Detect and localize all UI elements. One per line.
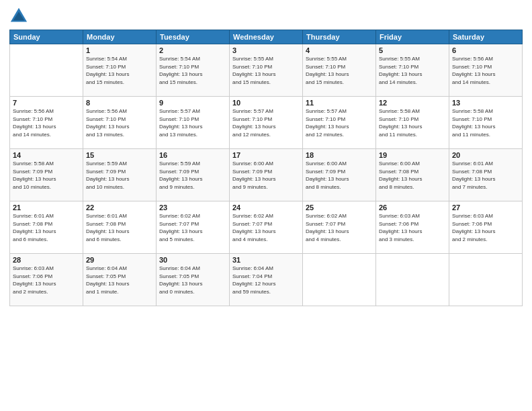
calendar-cell: 1Sunrise: 5:54 AM Sunset: 7:10 PM Daylig…: [83, 44, 157, 97]
day-info: Sunrise: 6:00 AM Sunset: 7:09 PM Dayligh…: [306, 160, 373, 191]
day-number: 13: [452, 99, 519, 107]
day-info: Sunrise: 5:58 AM Sunset: 7:09 PM Dayligh…: [13, 160, 80, 191]
day-number: 15: [86, 151, 153, 159]
day-number: 2: [159, 46, 226, 54]
calendar-cell: 24Sunrise: 6:02 AM Sunset: 7:07 PM Dayli…: [230, 201, 303, 254]
weekday-tuesday: Tuesday: [157, 30, 230, 44]
day-info: Sunrise: 6:01 AM Sunset: 7:08 PM Dayligh…: [13, 212, 80, 243]
day-info: Sunrise: 6:02 AM Sunset: 7:07 PM Dayligh…: [232, 212, 300, 243]
day-number: 28: [13, 256, 80, 264]
calendar-cell: 11Sunrise: 5:57 AM Sunset: 7:10 PM Dayli…: [303, 97, 376, 149]
day-number: 18: [306, 151, 373, 159]
weekday-saturday: Saturday: [449, 30, 523, 44]
day-number: 11: [306, 99, 373, 107]
day-info: Sunrise: 6:01 AM Sunset: 7:08 PM Dayligh…: [86, 212, 153, 243]
day-info: Sunrise: 6:04 AM Sunset: 7:05 PM Dayligh…: [86, 265, 153, 295]
day-info: Sunrise: 5:56 AM Sunset: 7:10 PM Dayligh…: [86, 107, 153, 138]
calendar-cell: 14Sunrise: 5:58 AM Sunset: 7:09 PM Dayli…: [10, 149, 83, 201]
day-info: Sunrise: 5:56 AM Sunset: 7:10 PM Dayligh…: [452, 55, 519, 86]
calendar-week-5: 28Sunrise: 6:03 AM Sunset: 7:06 PM Dayli…: [10, 254, 523, 306]
calendar-cell: 28Sunrise: 6:03 AM Sunset: 7:06 PM Dayli…: [10, 254, 83, 306]
calendar-cell: 25Sunrise: 6:02 AM Sunset: 7:07 PM Dayli…: [303, 201, 376, 254]
day-info: Sunrise: 5:54 AM Sunset: 7:10 PM Dayligh…: [86, 55, 153, 86]
calendar-cell: 30Sunrise: 6:04 AM Sunset: 7:05 PM Dayli…: [157, 254, 230, 306]
day-info: Sunrise: 6:03 AM Sunset: 7:06 PM Dayligh…: [379, 212, 446, 243]
day-info: Sunrise: 5:57 AM Sunset: 7:10 PM Dayligh…: [232, 107, 300, 138]
day-number: 19: [379, 151, 446, 159]
day-number: 25: [306, 203, 373, 212]
calendar-cell: 23Sunrise: 6:02 AM Sunset: 7:07 PM Dayli…: [157, 201, 230, 254]
calendar-week-3: 14Sunrise: 5:58 AM Sunset: 7:09 PM Dayli…: [10, 149, 523, 201]
calendar-cell: [449, 254, 523, 306]
weekday-monday: Monday: [83, 30, 157, 44]
day-number: 21: [13, 203, 80, 212]
day-number: 27: [452, 203, 519, 212]
day-info: Sunrise: 5:55 AM Sunset: 7:10 PM Dayligh…: [379, 55, 446, 86]
day-number: 22: [86, 203, 153, 212]
day-info: Sunrise: 5:54 AM Sunset: 7:10 PM Dayligh…: [159, 55, 226, 86]
calendar-cell: 2Sunrise: 5:54 AM Sunset: 7:10 PM Daylig…: [157, 44, 230, 97]
day-info: Sunrise: 6:03 AM Sunset: 7:06 PM Dayligh…: [13, 265, 80, 295]
calendar-week-1: 1Sunrise: 5:54 AM Sunset: 7:10 PM Daylig…: [10, 44, 523, 97]
calendar-week-2: 7Sunrise: 5:56 AM Sunset: 7:10 PM Daylig…: [10, 97, 523, 149]
calendar-cell: 17Sunrise: 6:00 AM Sunset: 7:09 PM Dayli…: [230, 149, 303, 201]
day-info: Sunrise: 5:56 AM Sunset: 7:10 PM Dayligh…: [13, 107, 80, 138]
day-number: 5: [379, 46, 446, 54]
day-number: 14: [13, 151, 80, 159]
header: [9, 7, 523, 26]
day-number: 9: [159, 99, 226, 107]
calendar-cell: 8Sunrise: 5:56 AM Sunset: 7:10 PM Daylig…: [83, 97, 157, 149]
calendar-cell: 12Sunrise: 5:58 AM Sunset: 7:10 PM Dayli…: [376, 97, 449, 149]
calendar-cell: 4Sunrise: 5:55 AM Sunset: 7:10 PM Daylig…: [303, 44, 376, 97]
day-info: Sunrise: 5:59 AM Sunset: 7:09 PM Dayligh…: [86, 160, 153, 191]
calendar-cell: 13Sunrise: 5:58 AM Sunset: 7:10 PM Dayli…: [449, 97, 523, 149]
weekday-wednesday: Wednesday: [230, 30, 303, 44]
day-number: 20: [452, 151, 519, 159]
day-info: Sunrise: 5:58 AM Sunset: 7:10 PM Dayligh…: [452, 107, 519, 138]
calendar-cell: [376, 254, 449, 306]
calendar-cell: 22Sunrise: 6:01 AM Sunset: 7:08 PM Dayli…: [83, 201, 157, 254]
day-info: Sunrise: 6:00 AM Sunset: 7:08 PM Dayligh…: [379, 160, 446, 191]
day-number: 8: [86, 99, 153, 107]
day-info: Sunrise: 6:00 AM Sunset: 7:09 PM Dayligh…: [232, 160, 300, 191]
day-info: Sunrise: 6:02 AM Sunset: 7:07 PM Dayligh…: [306, 212, 373, 243]
calendar-cell: 19Sunrise: 6:00 AM Sunset: 7:08 PM Dayli…: [376, 149, 449, 201]
day-info: Sunrise: 6:01 AM Sunset: 7:08 PM Dayligh…: [452, 160, 519, 191]
weekday-sunday: Sunday: [10, 30, 83, 44]
calendar-cell: 7Sunrise: 5:56 AM Sunset: 7:10 PM Daylig…: [10, 97, 83, 149]
day-info: Sunrise: 6:02 AM Sunset: 7:07 PM Dayligh…: [159, 212, 226, 243]
day-number: 26: [379, 203, 446, 212]
weekday-header-row: SundayMondayTuesdayWednesdayThursdayFrid…: [10, 30, 523, 44]
day-number: 3: [232, 46, 300, 54]
day-info: Sunrise: 5:55 AM Sunset: 7:10 PM Dayligh…: [306, 55, 373, 86]
logo: [9, 7, 31, 26]
calendar-cell: 15Sunrise: 5:59 AM Sunset: 7:09 PM Dayli…: [83, 149, 157, 201]
day-number: 4: [306, 46, 373, 54]
calendar-cell: 29Sunrise: 6:04 AM Sunset: 7:05 PM Dayli…: [83, 254, 157, 306]
day-info: Sunrise: 6:03 AM Sunset: 7:06 PM Dayligh…: [452, 212, 519, 243]
logo-icon: [9, 7, 28, 26]
day-number: 7: [13, 99, 80, 107]
calendar-cell: 6Sunrise: 5:56 AM Sunset: 7:10 PM Daylig…: [449, 44, 523, 97]
day-info: Sunrise: 6:04 AM Sunset: 7:05 PM Dayligh…: [159, 265, 226, 295]
day-info: Sunrise: 5:58 AM Sunset: 7:10 PM Dayligh…: [379, 107, 446, 138]
day-number: 31: [232, 256, 300, 264]
day-number: 10: [232, 99, 300, 107]
calendar-cell: 31Sunrise: 6:04 AM Sunset: 7:04 PM Dayli…: [230, 254, 303, 306]
day-info: Sunrise: 5:57 AM Sunset: 7:10 PM Dayligh…: [306, 107, 373, 138]
calendar-body: 1Sunrise: 5:54 AM Sunset: 7:10 PM Daylig…: [10, 44, 523, 306]
calendar-cell: 27Sunrise: 6:03 AM Sunset: 7:06 PM Dayli…: [449, 201, 523, 254]
day-number: 12: [379, 99, 446, 107]
weekday-friday: Friday: [376, 30, 449, 44]
day-number: 16: [159, 151, 226, 159]
day-info: Sunrise: 5:57 AM Sunset: 7:10 PM Dayligh…: [159, 107, 226, 138]
day-number: 30: [159, 256, 226, 264]
day-number: 1: [86, 46, 153, 54]
calendar-cell: 3Sunrise: 5:55 AM Sunset: 7:10 PM Daylig…: [230, 44, 303, 97]
calendar-cell: 21Sunrise: 6:01 AM Sunset: 7:08 PM Dayli…: [10, 201, 83, 254]
calendar-cell: 5Sunrise: 5:55 AM Sunset: 7:10 PM Daylig…: [376, 44, 449, 97]
calendar-cell: 16Sunrise: 5:59 AM Sunset: 7:09 PM Dayli…: [157, 149, 230, 201]
day-info: Sunrise: 6:04 AM Sunset: 7:04 PM Dayligh…: [232, 265, 300, 295]
day-number: 29: [86, 256, 153, 264]
calendar-cell: 10Sunrise: 5:57 AM Sunset: 7:10 PM Dayli…: [230, 97, 303, 149]
